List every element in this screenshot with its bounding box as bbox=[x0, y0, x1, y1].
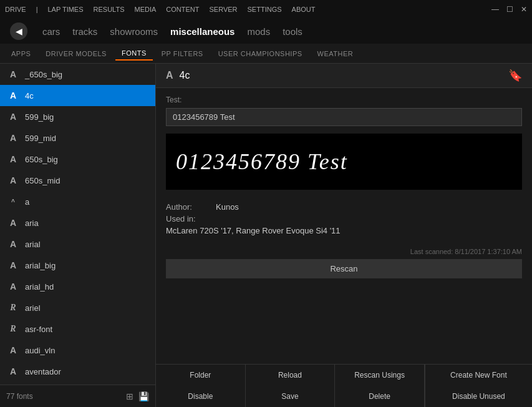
font-name: ariel bbox=[25, 303, 41, 313]
save-icon[interactable]: 💾 bbox=[138, 391, 149, 401]
subnav-apps[interactable]: APPS bbox=[5, 47, 37, 60]
sidebar-footer: 77 fonts ⊞ 💾 bbox=[0, 385, 155, 407]
detail-panel: A 4c 🔖 Test: 0123456789 Test Author: Kun… bbox=[156, 64, 532, 407]
nav-links: cars tracks showrooms miscellaneous mods… bbox=[42, 26, 302, 37]
test-input[interactable] bbox=[166, 108, 522, 126]
back-button[interactable]: ◀ bbox=[10, 22, 27, 40]
bookmark-icon[interactable]: 🔖 bbox=[508, 69, 522, 82]
font-icon: A bbox=[6, 131, 20, 145]
menu-server[interactable]: SERVER bbox=[209, 6, 237, 13]
author-value: Kunos bbox=[216, 202, 239, 212]
menu-about[interactable]: ABOUT bbox=[292, 6, 316, 13]
nav-cars[interactable]: cars bbox=[42, 26, 60, 37]
folder-button[interactable]: Folder bbox=[156, 365, 246, 386]
font-name: arial bbox=[25, 240, 41, 249]
menu-results[interactable]: RESULTS bbox=[94, 6, 125, 13]
font-icon: R bbox=[6, 322, 20, 336]
font-item-arial[interactable]: A arial bbox=[0, 233, 155, 255]
disable-unused-button[interactable]: Disable Unused bbox=[425, 386, 532, 407]
font-item-650s-big[interactable]: A _650s_big bbox=[0, 64, 155, 85]
sidebar: A _650s_big A 4c A 599_big A 599_mid A 6… bbox=[0, 64, 156, 407]
menu-content[interactable]: CONTENT bbox=[166, 6, 199, 13]
preview-text: 0123456789 Test bbox=[176, 149, 348, 175]
font-item-650s-big2[interactable]: A 650s_big bbox=[0, 149, 155, 170]
font-header-icon: A bbox=[166, 70, 173, 81]
nav-mods[interactable]: mods bbox=[247, 26, 270, 37]
bottom-row-2: Disable Save Delete Disable Unused bbox=[156, 386, 532, 407]
font-item-arial-hd[interactable]: A arial_hd bbox=[0, 276, 155, 297]
font-icon: A bbox=[6, 152, 20, 166]
font-item-ariel[interactable]: R ariel bbox=[0, 297, 155, 318]
test-label: Test: bbox=[166, 96, 522, 104]
font-icon: A bbox=[6, 216, 20, 230]
title-bar: DRIVE | LAP TIMES RESULTS MEDIA CONTENT … bbox=[0, 0, 532, 19]
font-header-title: A 4c bbox=[166, 70, 190, 81]
reload-button[interactable]: Reload bbox=[246, 365, 336, 386]
font-item-audi-vln[interactable]: A audi_vln bbox=[0, 340, 155, 361]
font-name: aria bbox=[25, 218, 39, 228]
font-name: 599_mid bbox=[25, 134, 56, 143]
font-name: 599_big bbox=[25, 112, 54, 122]
nav-bar: ◀ cars tracks showrooms miscellaneous mo… bbox=[0, 19, 532, 44]
nav-showrooms[interactable]: showrooms bbox=[110, 26, 158, 37]
maximize-button[interactable]: ☐ bbox=[506, 5, 513, 14]
font-name: arial_hd bbox=[25, 282, 54, 292]
menu-sep1: | bbox=[36, 6, 38, 13]
subnav-fonts[interactable]: FONTS bbox=[115, 47, 153, 61]
subnav-user-championships[interactable]: USER CHAMPIONSHIPS bbox=[212, 47, 309, 60]
subnav-weather[interactable]: WEATHER bbox=[311, 47, 360, 60]
title-bar-controls: — ☐ ✕ bbox=[491, 5, 527, 14]
font-name: _650s_big bbox=[25, 70, 62, 79]
font-item-asr-font[interactable]: R asr-font bbox=[0, 318, 155, 340]
font-icon: A bbox=[6, 89, 20, 102]
font-name: 650s_mid bbox=[25, 176, 60, 185]
font-icon: A bbox=[6, 343, 20, 357]
close-button[interactable]: ✕ bbox=[521, 5, 527, 14]
font-icon: A bbox=[6, 174, 20, 187]
font-count: 77 fonts bbox=[6, 392, 33, 401]
font-item-4c[interactable]: A 4c bbox=[0, 85, 155, 106]
menu-settings[interactable]: SETTINGS bbox=[248, 6, 282, 13]
font-list: A _650s_big A 4c A 599_big A 599_mid A 6… bbox=[0, 64, 155, 385]
font-icon: A bbox=[6, 280, 20, 293]
font-item-599-mid[interactable]: A 599_mid bbox=[0, 127, 155, 149]
nav-miscellaneous[interactable]: miscellaneous bbox=[170, 26, 235, 37]
disable-button[interactable]: Disable bbox=[156, 386, 246, 407]
font-icon: A bbox=[6, 67, 20, 81]
save-button[interactable]: Save bbox=[246, 386, 336, 407]
font-item-arial-big[interactable]: A arial_big bbox=[0, 255, 155, 276]
font-header-name: 4c bbox=[180, 70, 190, 81]
preview-area: 0123456789 Test bbox=[166, 134, 522, 190]
font-item-aria[interactable]: A aria bbox=[0, 212, 155, 233]
create-new-font-button[interactable]: Create New Font bbox=[425, 365, 532, 386]
nav-tools[interactable]: tools bbox=[283, 26, 302, 37]
font-icon: R bbox=[6, 301, 20, 315]
font-item-599-big[interactable]: A 599_big bbox=[0, 106, 155, 127]
used-in-value: McLaren 720S '17, Range Rover Evoque Si4… bbox=[166, 226, 341, 235]
font-name: aventador bbox=[25, 367, 61, 376]
menu-laptimes[interactable]: LAP TIMES bbox=[47, 6, 83, 13]
subnav-pp-filters[interactable]: PP FILTERS bbox=[155, 47, 210, 60]
menu-media[interactable]: MEDIA bbox=[134, 6, 156, 13]
font-item-a[interactable]: ^ a bbox=[0, 191, 155, 212]
font-name: a bbox=[25, 197, 29, 207]
font-item-650s-mid[interactable]: A 650s_mid bbox=[0, 170, 155, 191]
grid-view-icon[interactable]: ⊞ bbox=[126, 391, 133, 401]
font-icon: A bbox=[6, 237, 20, 251]
rescan-usings-button[interactable]: Rescan Usings bbox=[335, 365, 425, 386]
delete-button[interactable]: Delete bbox=[335, 386, 425, 407]
font-item-aventador[interactable]: A aventador bbox=[0, 361, 155, 382]
menu-drive[interactable]: DRIVE bbox=[5, 6, 26, 13]
main-content: A _650s_big A 4c A 599_big A 599_mid A 6… bbox=[0, 64, 532, 407]
subnav-driver-models[interactable]: DRIVER MODELS bbox=[39, 47, 113, 60]
nav-tracks[interactable]: tracks bbox=[72, 26, 97, 37]
minimize-button[interactable]: — bbox=[491, 5, 499, 14]
font-name: arial_big bbox=[25, 261, 56, 270]
info-section: Author: Kunos Used in: McLaren 720S '17,… bbox=[156, 197, 532, 248]
font-name: 650s_big bbox=[25, 155, 58, 164]
rescan-button[interactable]: Rescan bbox=[166, 259, 522, 278]
font-icon: A bbox=[6, 365, 20, 378]
font-icon: A bbox=[6, 110, 20, 124]
font-icon: ^ bbox=[6, 195, 20, 208]
title-bar-menu: DRIVE | LAP TIMES RESULTS MEDIA CONTENT … bbox=[5, 6, 315, 13]
